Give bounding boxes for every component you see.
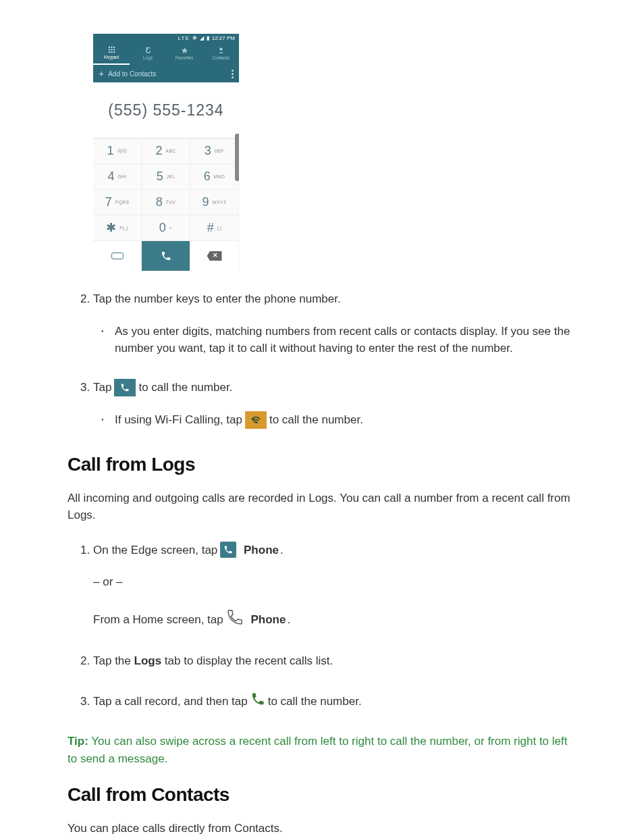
step-3: Tap to call the number. If using Wi-Fi C… <box>93 379 576 429</box>
key-6[interactable]: 6MNO <box>190 164 239 190</box>
tip-text: Tip: You can also swipe across a recent … <box>68 733 576 767</box>
entered-number: (555) 555-1234 <box>93 82 239 138</box>
logs-step-3: Tap a call record, and then tap to call … <box>93 692 576 712</box>
key-4[interactable]: 4GHI <box>93 164 142 190</box>
tab-label: Logs <box>143 55 153 61</box>
key-3[interactable]: 3DEF <box>190 138 239 164</box>
phone-outline-icon <box>226 608 244 631</box>
brightness-icon: ✻ <box>192 34 197 43</box>
plus-icon: + <box>99 69 104 78</box>
backspace-button[interactable]: ✕ <box>190 241 239 271</box>
key-8[interactable]: 8TUV <box>142 190 190 215</box>
svg-rect-5 <box>113 49 115 51</box>
star-icon <box>181 47 188 54</box>
key-5[interactable]: 5JKL <box>142 164 190 190</box>
heading-call-from-contacts: Call from Contacts <box>68 781 576 809</box>
voicemail-icon <box>111 253 124 259</box>
dial-button[interactable] <box>142 241 190 271</box>
svg-rect-0 <box>108 47 109 48</box>
tab-label: Favorites <box>176 55 194 61</box>
call-handset-icon <box>250 692 265 712</box>
overflow-menu-icon[interactable] <box>232 70 234 78</box>
step-2: Tap the number keys to enter the phone n… <box>93 290 576 357</box>
add-to-contacts-button[interactable]: + Add to Contacts <box>99 69 156 79</box>
step-2-note: As you enter digits, matching numbers fr… <box>115 323 576 357</box>
svg-rect-8 <box>113 51 115 53</box>
svg-rect-7 <box>111 51 112 53</box>
logs-icon <box>144 47 152 54</box>
keypad-icon <box>108 46 115 53</box>
key-hash[interactable]: #|;| <box>190 215 239 241</box>
status-bar: LTE ✻ ◢ ▮ 12:27 PM <box>93 34 239 43</box>
heading-call-from-logs: Call from Logs <box>68 450 576 479</box>
dial-keypad: 1ⓞⓞ 2ABC 3DEF 4GHI 5JKL 6MNO 7PQRS 8TUV … <box>93 138 239 241</box>
tab-favorites[interactable]: Favorites <box>166 43 203 65</box>
add-label: Add to Contacts <box>108 69 156 79</box>
wifi-call-icon <box>245 411 267 429</box>
call-button-icon <box>114 379 136 396</box>
phone-app-icon <box>220 542 236 558</box>
person-icon <box>217 47 225 54</box>
tab-contacts[interactable]: Contacts <box>203 43 239 65</box>
signal-icon: ◢ <box>200 34 204 43</box>
svg-rect-3 <box>108 49 109 51</box>
tab-label: Keypad <box>104 54 119 61</box>
or-separator: – or – <box>93 573 576 591</box>
svg-rect-4 <box>111 49 112 51</box>
key-1[interactable]: 1ⓞⓞ <box>93 138 142 164</box>
voicemail-sub-icon: ⓞⓞ <box>117 148 128 155</box>
key-9[interactable]: 9WXYZ <box>190 190 239 215</box>
svg-point-9 <box>219 48 223 51</box>
backspace-icon: ✕ <box>207 251 222 261</box>
svg-rect-6 <box>108 51 109 53</box>
phone-screenshot: LTE ✻ ◢ ▮ 12:27 PM Keypad Logs Favorites… <box>93 34 576 271</box>
clock: 12:27 PM <box>212 34 235 43</box>
edge-panel-handle[interactable] <box>235 134 239 181</box>
key-7[interactable]: 7PQRS <box>93 190 142 215</box>
key-star[interactable]: ✱P(,) <box>93 215 142 241</box>
network-label: LTE <box>178 34 190 43</box>
instruction-steps-continued: Tap the number keys to enter the phone n… <box>68 290 576 429</box>
svg-rect-1 <box>111 47 112 48</box>
key-2[interactable]: 2ABC <box>142 138 190 164</box>
svg-rect-2 <box>113 47 115 48</box>
step-3-note: If using Wi-Fi Calling, tap to call the … <box>115 411 576 429</box>
logs-intro: All incoming and outgoing calls are reco… <box>68 490 576 524</box>
phone-app: LTE ✻ ◢ ▮ 12:27 PM Keypad Logs Favorites… <box>93 34 239 271</box>
tab-keypad[interactable]: Keypad <box>93 43 130 65</box>
key-0[interactable]: 0+ <box>142 215 190 241</box>
logs-step-2: Tap the Logs tab to display the recent c… <box>93 652 576 670</box>
tab-logs[interactable]: Logs <box>130 43 166 65</box>
handset-icon <box>161 251 171 261</box>
logs-step-1: On the Edge screen, tap Phone. – or – Fr… <box>93 542 576 631</box>
tab-label: Contacts <box>212 55 230 61</box>
contacts-intro: You can place calls directly from Contac… <box>68 820 576 834</box>
battery-icon: ▮ <box>207 34 209 43</box>
logs-steps: On the Edge screen, tap Phone. – or – Fr… <box>68 542 576 712</box>
voicemail-button[interactable] <box>93 241 142 271</box>
control-row: ✕ <box>93 241 239 271</box>
add-to-contacts-row: + Add to Contacts <box>93 65 239 82</box>
tab-bar: Keypad Logs Favorites Contacts <box>93 43 239 65</box>
